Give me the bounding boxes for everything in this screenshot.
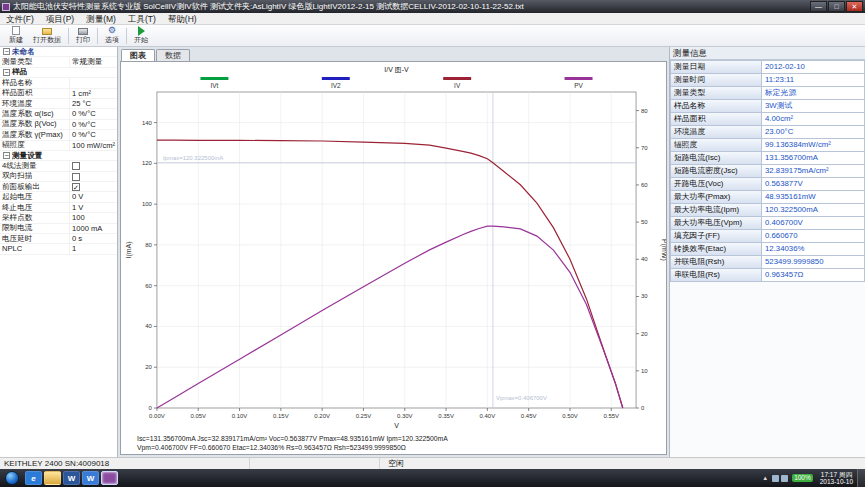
tab-chart[interactable]: 图表	[121, 49, 155, 61]
svg-text:40: 40	[641, 256, 648, 262]
tree-row[interactable]: 4线法测量	[0, 161, 117, 171]
tree-row[interactable]: 前面板输出✓	[0, 182, 117, 192]
info-row-label: 辐照度	[670, 139, 762, 152]
tree-row[interactable]: −样品	[0, 68, 117, 78]
toolbar-separator	[126, 28, 127, 44]
start-button[interactable]	[5, 471, 19, 485]
info-row-value: 0.406700V	[762, 217, 865, 230]
tree-row-value[interactable]: 100 mW/cm²	[70, 141, 117, 150]
tree-row[interactable]: 样品名称	[0, 78, 117, 88]
svg-text:Vpmax=0.406700V: Vpmax=0.406700V	[496, 395, 547, 401]
menu-project[interactable]: 项目(P)	[40, 13, 80, 24]
close-button[interactable]: ✕	[846, 1, 863, 12]
menu-file[interactable]: 文件(F)	[0, 13, 40, 24]
tree-row[interactable]: 温度系数 γ(Pmax)0 %/°C	[0, 130, 117, 140]
tree-row-value[interactable]: ✓	[70, 182, 117, 191]
open-data-button[interactable]: 打开数据	[28, 25, 66, 46]
maximize-button[interactable]: □	[828, 1, 845, 12]
checkbox-icon[interactable]	[72, 173, 80, 181]
tree-row-value[interactable]: 1 cm²	[70, 89, 117, 98]
app-window-icon[interactable]	[101, 471, 118, 485]
svg-text:0: 0	[149, 405, 153, 411]
info-row-value: 标定光源	[762, 87, 865, 100]
tray-expand-icon[interactable]: ▲	[762, 475, 768, 481]
svg-text:140: 140	[142, 120, 153, 126]
menu-tools[interactable]: 工具(T)	[122, 13, 162, 24]
tree-expander-icon[interactable]: −	[3, 152, 10, 159]
tree-expander-icon[interactable]: −	[3, 48, 10, 55]
svg-text:120: 120	[142, 160, 153, 166]
tree-row-value[interactable]: 0 %/°C	[70, 130, 117, 139]
svg-text:80: 80	[145, 242, 152, 248]
start-button-toolbar[interactable]: 开始	[129, 25, 153, 46]
tab-data[interactable]: 数据	[156, 49, 190, 61]
tree-row[interactable]: 起始电压0 V	[0, 192, 117, 202]
info-row-value: 11:23:11	[762, 74, 865, 87]
info-row-value: 4.00cm²	[762, 113, 865, 126]
tree-row-value[interactable]: 100	[70, 213, 117, 222]
options-button-label: 选项	[105, 35, 119, 45]
info-row-label: 并联电阻(Rsh)	[670, 256, 762, 269]
tree-row[interactable]: 采样点数100	[0, 213, 117, 223]
new-button[interactable]: 新建	[4, 25, 28, 46]
volume-icon[interactable]	[781, 475, 788, 482]
folder-icon[interactable]	[44, 471, 61, 485]
tree-row[interactable]: 限制电流1000 mA	[0, 224, 117, 234]
tree-row[interactable]: 测量类型常规测量	[0, 57, 117, 67]
battery-indicator[interactable]: 100%	[792, 474, 813, 482]
status-bar: KEITHLEY 2400 SN:4009018 空闲	[0, 457, 865, 469]
tree-row[interactable]: −未命名	[0, 47, 117, 57]
tree-row[interactable]: 温度系数 β(Voc)0 %/°C	[0, 120, 117, 130]
tree-row-value[interactable]: 0 s	[70, 234, 117, 243]
tree-row-value[interactable]: 0 V	[70, 192, 117, 201]
options-button[interactable]: ⚙ 选项	[100, 25, 124, 46]
tree-row-value[interactable]: 25 °C	[70, 99, 117, 108]
menu-measure[interactable]: 测量(M)	[80, 13, 122, 24]
tree-row-value[interactable]: 1000 mA	[70, 224, 117, 233]
tree-row-label: 前面板输出	[0, 182, 70, 191]
checkbox-icon[interactable]	[72, 162, 80, 170]
clock-date: 2013-10-10	[820, 478, 853, 486]
info-row: 测量类型标定光源	[670, 87, 865, 100]
info-row-label: 填充因子(FF)	[670, 230, 762, 243]
network-icon[interactable]	[772, 475, 779, 482]
tree-row[interactable]: 样品面积1 cm²	[0, 89, 117, 99]
tree-expander-icon[interactable]: −	[3, 69, 10, 76]
show-desktop-button[interactable]	[857, 469, 865, 487]
tree-row-value[interactable]	[70, 172, 117, 181]
tree-row-value[interactable]: 1 V	[70, 203, 117, 212]
tree-row[interactable]: 环境温度25 °C	[0, 99, 117, 109]
svg-text:80: 80	[641, 108, 648, 114]
taskbar-clock[interactable]: 17:17 周四 2013-10-10	[820, 471, 853, 486]
minimize-button[interactable]: —	[810, 1, 827, 12]
tree-row[interactable]: −测量设置	[0, 151, 117, 161]
svg-text:Ipmax=120.322500mA: Ipmax=120.322500mA	[163, 155, 223, 161]
info-row-label: 测量日期	[670, 61, 762, 74]
tree-row-value[interactable]	[70, 161, 117, 170]
ie-icon[interactable]: e	[25, 471, 42, 485]
tree-row[interactable]: 终止电压1 V	[0, 203, 117, 213]
tree-row[interactable]: NPLC1	[0, 244, 117, 254]
menu-help[interactable]: 帮助(H)	[162, 13, 203, 24]
tree-row-value[interactable]: 1	[70, 244, 117, 253]
info-row-label: 开路电压(Voc)	[670, 178, 762, 191]
tree-row-value[interactable]	[70, 78, 117, 87]
tree-row[interactable]: 双向扫描	[0, 172, 117, 182]
info-row: 最大功率(Pmax)48.935161mW	[670, 191, 865, 204]
checkbox-checked-icon[interactable]: ✓	[72, 183, 80, 191]
tree-row[interactable]: 温度系数 α(Isc)0 %/°C	[0, 109, 117, 119]
wps-icon[interactable]: W	[82, 471, 99, 485]
info-row: 短路电流(Isc)131.356700mA	[670, 152, 865, 165]
tree-row-value[interactable]: 0 %/°C	[70, 109, 117, 118]
tree-row-label: −样品	[0, 68, 117, 77]
tree-row-value[interactable]: 0 %/°C	[70, 120, 117, 129]
print-button[interactable]: 打印	[71, 25, 95, 46]
tree-row[interactable]: 电压延时0 s	[0, 234, 117, 244]
tree-row-value[interactable]: 常规测量	[70, 57, 117, 66]
info-row-value: 0.563877V	[762, 178, 865, 191]
iv-chart-svg[interactable]: 0.00V0.05V0.10V0.15V0.20V0.25V0.30V0.35V…	[121, 62, 666, 434]
measurement-info-panel: 测量信息 测量日期2012-02-10测量时间11:23:11测量类型标定光源样…	[669, 47, 865, 457]
tree-row[interactable]: 辐照度100 mW/cm²	[0, 141, 117, 151]
word-icon[interactable]: W	[63, 471, 80, 485]
info-row: 开路电压(Voc)0.563877V	[670, 178, 865, 191]
